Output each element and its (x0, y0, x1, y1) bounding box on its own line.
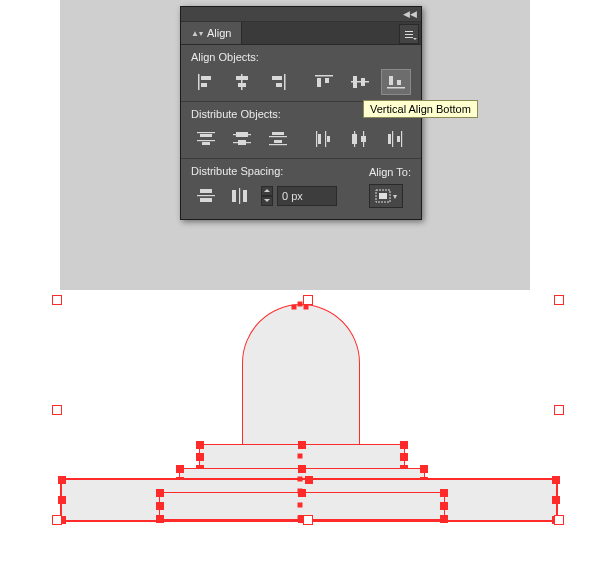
chevron-updown-icon: ▲▾ (191, 29, 203, 38)
section-align-objects-label: Align Objects: (191, 51, 411, 63)
vertical-align-center-icon (351, 74, 369, 90)
horizontal-distribute-center-button[interactable] (345, 126, 375, 152)
illustrator-canvas[interactable]: ◀◀ ▲▾ Align Align Objects: (0, 0, 600, 575)
chevron-down-icon: ▾ (393, 192, 397, 201)
center-point (298, 477, 303, 482)
svg-rect-37 (361, 136, 366, 142)
align-objects-group-vertical (309, 69, 411, 95)
horizontal-distribute-space-button[interactable] (225, 183, 255, 209)
vertical-align-center-button[interactable] (345, 69, 375, 95)
group-bbox-handle[interactable] (554, 515, 564, 525)
svg-rect-9 (315, 75, 333, 77)
anchor-point[interactable] (298, 302, 303, 307)
selection-handle[interactable] (58, 476, 66, 484)
horizontal-align-left-icon (197, 74, 215, 90)
selection-handle[interactable] (440, 502, 448, 510)
vertical-distribute-top-icon (197, 131, 215, 147)
svg-rect-44 (200, 198, 212, 202)
vertical-distribute-space-button[interactable] (191, 183, 221, 209)
horizontal-align-right-button[interactable] (263, 69, 293, 95)
align-to-selection-icon (375, 189, 391, 203)
vertical-distribute-bottom-button[interactable] (263, 126, 293, 152)
tab-label: Align (207, 27, 231, 39)
horizontal-align-center-icon (233, 74, 251, 90)
svg-rect-32 (325, 131, 326, 147)
group-bbox-handle[interactable] (554, 405, 564, 415)
svg-rect-25 (238, 140, 246, 145)
svg-rect-49 (379, 193, 387, 199)
panel-menu-button[interactable] (399, 24, 419, 44)
svg-rect-30 (316, 131, 317, 147)
selection-handle[interactable] (196, 453, 204, 461)
vertical-distribute-center-button[interactable] (227, 126, 257, 152)
horizontal-align-left-button[interactable] (191, 69, 221, 95)
selection-handle[interactable] (156, 502, 164, 510)
section-distribute-spacing-label: Distribute Spacing: (191, 165, 363, 177)
selection-handle[interactable] (305, 476, 313, 484)
selection-handle[interactable] (156, 515, 164, 523)
selection-handle[interactable] (156, 489, 164, 497)
svg-rect-19 (200, 134, 212, 137)
group-bbox-handle[interactable] (303, 515, 313, 525)
svg-rect-27 (269, 136, 287, 137)
vertical-distribute-center-icon (233, 131, 251, 147)
panel-titlebar[interactable]: ◀◀ (181, 7, 421, 22)
svg-rect-26 (272, 132, 284, 135)
svg-rect-2 (201, 83, 207, 87)
center-point (298, 454, 303, 459)
align-to-dropdown[interactable]: ▾ (369, 184, 403, 208)
svg-rect-16 (389, 76, 393, 85)
horizontal-distribute-center-icon (351, 131, 369, 147)
selection-handle[interactable] (400, 441, 408, 449)
group-bbox-handle[interactable] (554, 295, 564, 305)
vertical-align-bottom-button[interactable] (381, 69, 411, 95)
horizontal-distribute-right-icon (387, 131, 405, 147)
selection-handle[interactable] (440, 489, 448, 497)
svg-rect-39 (392, 131, 393, 147)
svg-rect-1 (201, 76, 211, 80)
svg-rect-38 (388, 134, 391, 144)
spacing-value-field[interactable]: 0 px (277, 186, 337, 206)
panel-tabbar: ▲▾ Align (181, 22, 421, 45)
svg-rect-8 (276, 83, 282, 87)
selection-handle[interactable] (196, 441, 204, 449)
svg-rect-20 (197, 140, 215, 141)
group-bbox-handle[interactable] (52, 405, 62, 415)
group-bbox-handle[interactable] (52, 515, 62, 525)
vertical-distribute-top-button[interactable] (191, 126, 221, 152)
vertical-distribute-space-icon (197, 188, 215, 204)
group-bbox-handle[interactable] (52, 295, 62, 305)
vertical-align-top-button[interactable] (309, 69, 339, 95)
selection-handle[interactable] (420, 465, 428, 473)
horizontal-align-center-button[interactable] (227, 69, 257, 95)
selected-arch-shape[interactable] (242, 304, 360, 445)
center-point (298, 516, 303, 521)
horizontal-distribute-right-button[interactable] (381, 126, 411, 152)
tab-align[interactable]: ▲▾ Align (181, 22, 242, 44)
svg-rect-7 (272, 76, 282, 80)
horizontal-align-right-icon (269, 74, 287, 90)
selection-handle[interactable] (440, 515, 448, 523)
selection-handle[interactable] (176, 465, 184, 473)
anchor-point[interactable] (292, 305, 297, 310)
selection-handle[interactable] (58, 496, 66, 504)
center-point (298, 503, 303, 508)
svg-rect-46 (239, 188, 240, 204)
spacing-stepper[interactable] (261, 186, 273, 206)
distribute-objects-group-horizontal (309, 126, 411, 152)
svg-rect-10 (317, 78, 321, 87)
horizontal-distribute-left-button[interactable] (309, 126, 339, 152)
group-bbox-handle[interactable] (303, 295, 313, 305)
center-point (298, 489, 303, 494)
svg-rect-21 (202, 142, 210, 145)
anchor-point[interactable] (304, 305, 309, 310)
selection-handle[interactable] (552, 496, 560, 504)
selection-handle[interactable] (400, 453, 408, 461)
panel-collapse-icon[interactable]: ◀◀ (403, 9, 417, 19)
vertical-align-top-icon (315, 74, 333, 90)
selection-handle[interactable] (298, 465, 306, 473)
svg-rect-28 (274, 140, 282, 143)
selection-handle[interactable] (552, 476, 560, 484)
svg-rect-5 (238, 83, 246, 87)
selection-handle[interactable] (298, 441, 306, 449)
